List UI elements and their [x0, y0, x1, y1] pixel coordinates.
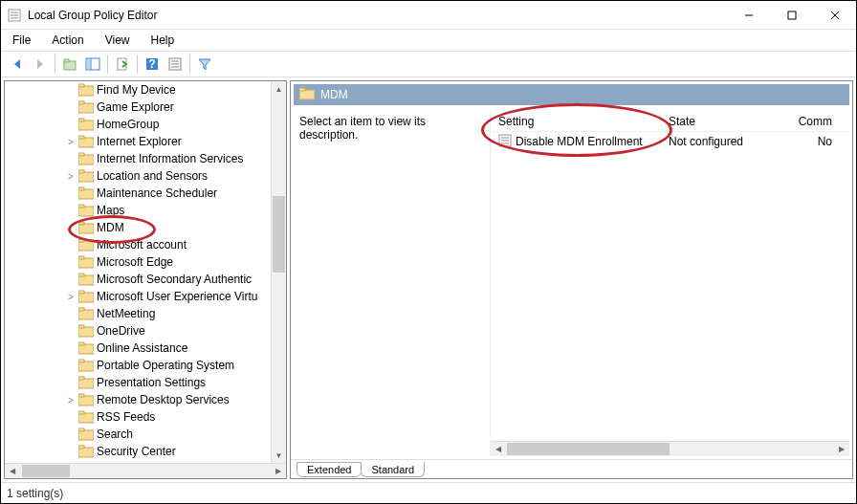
expander-icon[interactable]: >: [64, 171, 77, 182]
menu-help[interactable]: Help: [147, 32, 179, 49]
setting-state: Not configured: [661, 135, 776, 148]
tree-item[interactable]: Search: [5, 426, 271, 443]
tree-item[interactable]: Find My Device: [5, 81, 271, 99]
svg-rect-51: [78, 342, 84, 345]
toolbar-separator: [107, 55, 108, 74]
help-button[interactable]: ?: [142, 54, 163, 75]
tree-item[interactable]: Microsoft account: [5, 236, 271, 253]
tree-item[interactable]: Microsoft Secondary Authentic: [5, 271, 271, 288]
tree-item[interactable]: Security Center: [5, 443, 271, 460]
scroll-up-icon[interactable]: ▲: [272, 81, 286, 97]
expander-icon[interactable]: >: [64, 137, 77, 147]
tree-item-label: Presentation Settings: [95, 376, 206, 389]
tree-item[interactable]: OneDrive: [5, 322, 271, 340]
app-icon: [7, 8, 22, 23]
toolbar: ?: [1, 51, 856, 77]
svg-rect-57: [78, 394, 84, 397]
up-button[interactable]: [59, 54, 80, 75]
tree-item[interactable]: RSS Feeds: [5, 408, 271, 426]
titlebar: Local Group Policy Editor: [1, 1, 856, 30]
tree-item-label: Location and Sensors: [95, 169, 208, 183]
list-horizontal-scrollbar[interactable]: ◀ ▶: [491, 441, 849, 456]
tree-item[interactable]: Portable Operating System: [5, 357, 271, 374]
svg-rect-61: [78, 428, 84, 431]
policy-item-icon: [498, 134, 512, 150]
folder-icon: [77, 376, 95, 389]
column-comment[interactable]: Comm: [776, 115, 849, 128]
menu-bar: File Action View Help: [1, 30, 856, 51]
scroll-left-icon[interactable]: ◀: [5, 464, 20, 478]
close-button[interactable]: [813, 1, 856, 29]
folder-icon: [77, 341, 95, 355]
forward-button[interactable]: [30, 54, 51, 75]
back-button[interactable]: [7, 54, 28, 75]
tree-vertical-scrollbar[interactable]: ▲ ▼: [271, 81, 286, 463]
filter-button[interactable]: [194, 54, 215, 75]
svg-rect-55: [78, 377, 84, 380]
tree-item[interactable]: >Remote Desktop Services: [5, 391, 271, 408]
svg-rect-9: [64, 59, 69, 62]
folder-icon: [77, 324, 95, 338]
show-hide-button[interactable]: [82, 54, 103, 75]
tree-item[interactable]: Online Assistance: [5, 340, 271, 357]
tree-item[interactable]: NetMeeting: [5, 305, 271, 322]
tree-list[interactable]: Find My DeviceGame ExplorerHomeGroup>Int…: [5, 81, 271, 460]
export-button[interactable]: [112, 54, 133, 75]
tree-item[interactable]: Microsoft Edge: [5, 253, 271, 271]
description-column: Select an item to view its description.: [294, 111, 490, 456]
tab-standard[interactable]: Standard: [361, 462, 425, 477]
tree-item-label: Game Explorer: [95, 100, 174, 114]
svg-rect-41: [78, 256, 84, 259]
tree-item-label: Portable Operating System: [95, 359, 234, 372]
scroll-right-icon[interactable]: ▶: [271, 464, 286, 478]
svg-rect-31: [78, 170, 84, 173]
tree-item[interactable]: Maintenance Scheduler: [5, 185, 271, 202]
maximize-button[interactable]: [770, 1, 813, 29]
tree-item[interactable]: HomeGroup: [5, 116, 271, 133]
folder-icon: [77, 290, 95, 303]
setting-name: Disable MDM Enrollment: [516, 135, 643, 148]
folder-icon: [77, 255, 95, 269]
folder-icon: [77, 152, 95, 165]
scroll-right-icon[interactable]: ▶: [834, 442, 849, 456]
tree-item-label: Maintenance Scheduler: [95, 186, 217, 200]
tree-item[interactable]: >Location and Sensors: [5, 167, 271, 185]
column-state[interactable]: State: [661, 115, 776, 128]
svg-rect-37: [78, 222, 84, 225]
menu-file[interactable]: File: [9, 32, 34, 49]
tab-extended[interactable]: Extended: [297, 462, 362, 477]
svg-rect-47: [78, 308, 84, 311]
tree-horizontal-scrollbar[interactable]: ◀ ▶: [5, 463, 286, 478]
folder-icon: [77, 169, 95, 183]
scroll-thumb[interactable]: [273, 196, 285, 273]
minimize-button[interactable]: [727, 1, 770, 29]
tree-item[interactable]: Maps: [5, 202, 271, 219]
scroll-left-icon[interactable]: ◀: [491, 442, 506, 456]
svg-rect-33: [78, 187, 84, 190]
properties-button[interactable]: [165, 54, 186, 75]
menu-action[interactable]: Action: [48, 32, 87, 49]
tree-item-label: NetMeeting: [95, 307, 155, 320]
window-title: Local Group Policy Editor: [28, 9, 727, 22]
settings-header[interactable]: Setting State Comm: [491, 111, 849, 132]
expander-icon[interactable]: >: [64, 395, 77, 405]
scroll-thumb[interactable]: [22, 465, 70, 477]
scroll-down-icon[interactable]: ▼: [272, 448, 286, 463]
column-setting[interactable]: Setting: [491, 115, 661, 128]
tree-item[interactable]: Game Explorer: [5, 99, 271, 116]
tree-item[interactable]: Presentation Settings: [5, 374, 271, 391]
scroll-thumb[interactable]: [507, 443, 670, 455]
tree-item[interactable]: >Internet Explorer: [5, 133, 271, 150]
folder-icon: [77, 186, 95, 200]
folder-header: MDM: [294, 84, 849, 105]
menu-view[interactable]: View: [101, 32, 134, 49]
tree-item[interactable]: MDM: [5, 219, 271, 236]
tree-pane: Find My DeviceGame ExplorerHomeGroup>Int…: [4, 80, 287, 479]
tree-item-label: Internet Information Services: [95, 152, 243, 165]
expander-icon[interactable]: >: [64, 292, 77, 302]
settings-row[interactable]: Disable MDM Enrollment Not configured No: [491, 132, 849, 151]
folder-icon: [77, 204, 95, 217]
tree-item[interactable]: >Microsoft User Experience Virtu: [5, 288, 271, 305]
folder-title: MDM: [320, 88, 348, 101]
tree-item[interactable]: Internet Information Services: [5, 150, 271, 167]
